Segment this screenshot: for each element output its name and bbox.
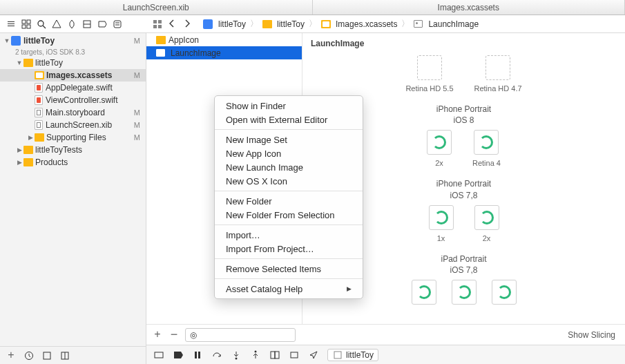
outline-row[interactable]: LaunchImage: [146, 46, 302, 59]
step-out-icon[interactable]: [250, 349, 261, 361]
crumb-project[interactable]: littleToy: [218, 19, 246, 29]
chevron-right-icon: 〉: [249, 18, 260, 30]
disclosure-triangle-icon[interactable]: ▼: [3, 37, 11, 45]
well-label: Retina 4: [472, 159, 501, 167]
image-well[interactable]: 1x: [429, 205, 454, 242]
svg-rect-26: [291, 352, 298, 358]
test-navigator-icon[interactable]: [66, 19, 77, 30]
scm-filter-icon[interactable]: [41, 350, 52, 361]
outline-label: AppIcon: [169, 35, 199, 45]
remove-asset-button[interactable]: −: [169, 329, 180, 341]
menu-item[interactable]: New Folder: [215, 194, 363, 208]
tree-label: Supporting Files: [46, 133, 106, 142]
breakpoints-icon[interactable]: [173, 349, 184, 361]
image-well[interactable]: [492, 280, 517, 305]
tree-row[interactable]: Images.xcassetsM: [0, 69, 146, 82]
folder-icon: [23, 59, 33, 67]
disclosure-triangle-icon[interactable]: ▶: [15, 158, 23, 166]
svg-rect-12: [158, 20, 162, 23]
folder-icon: [23, 146, 33, 154]
chevron-right-icon: 〉: [307, 18, 318, 30]
location-icon[interactable]: [308, 349, 319, 361]
image-set-icon: [156, 49, 165, 57]
tree-row[interactable]: Main.storyboardM: [0, 106, 146, 119]
menu-item[interactable]: Show in Finder: [215, 99, 363, 113]
process-jump-bar[interactable]: littleToy: [327, 349, 378, 361]
debug-view-icon[interactable]: [269, 349, 280, 361]
tab-launchscreen[interactable]: LaunchScreen.xib: [0, 0, 313, 15]
tab-images-xcassets[interactable]: Images.xcassets: [313, 0, 626, 15]
well-label: 2x: [435, 159, 443, 167]
menu-item[interactable]: New OS X Icon: [215, 174, 363, 188]
svg-rect-20: [195, 352, 197, 358]
memory-icon[interactable]: [289, 349, 300, 361]
disclosure-triangle-icon[interactable]: ▼: [15, 59, 23, 67]
tree-row[interactable]: LaunchScreen.xibM: [0, 119, 146, 131]
svg-rect-3: [27, 25, 30, 28]
asset-filter-field[interactable]: ◎: [185, 328, 296, 342]
step-into-icon[interactable]: [231, 349, 242, 361]
disclosure-triangle-icon[interactable]: ▶: [26, 133, 35, 142]
menu-item[interactable]: Open with External Editor: [215, 113, 363, 126]
add-icon[interactable]: +: [6, 350, 17, 361]
menu-item[interactable]: Import…: [215, 228, 363, 242]
issue-navigator-icon[interactable]: [51, 19, 62, 30]
image-well[interactable]: [452, 280, 477, 305]
menu-separator: [215, 224, 363, 225]
tree-label: Images.xcassets: [46, 70, 112, 80]
menu-item[interactable]: Asset Catalog Help: [215, 282, 363, 296]
svg-point-22: [235, 357, 238, 359]
view-icon[interactable]: [153, 349, 164, 361]
project-navigator-icon[interactable]: [6, 19, 17, 30]
disclosure-triangle-icon[interactable]: ▶: [15, 146, 23, 154]
tree-row[interactable]: ViewController.swift: [0, 94, 146, 106]
continue-icon[interactable]: [192, 349, 203, 361]
filter-icon[interactable]: [59, 350, 70, 361]
crumb-image[interactable]: LaunchImage: [428, 19, 479, 29]
breadcrumb[interactable]: littleToy 〉 littleToy 〉 Images.xcassets …: [199, 18, 483, 30]
image-well[interactable]: 2x: [427, 130, 452, 167]
add-asset-button[interactable]: +: [152, 329, 163, 341]
menu-item[interactable]: New App Icon: [215, 146, 363, 160]
storyboard-file-icon: [35, 108, 43, 117]
tree-row[interactable]: AppDelegate.swift: [0, 82, 146, 94]
step-over-icon[interactable]: [211, 349, 222, 361]
back-button[interactable]: [169, 19, 178, 29]
image-well[interactable]: Retina HD 4.7: [474, 55, 522, 93]
breakpoint-navigator-icon[interactable]: [97, 19, 108, 30]
tree-row[interactable]: ▼littleToy: [0, 57, 146, 69]
image-well[interactable]: Retina HD 5.5: [405, 55, 453, 93]
forward-button[interactable]: [184, 19, 193, 29]
tree-row[interactable]: ▶littleToyTests: [0, 144, 146, 156]
tree-label: littleToy: [35, 58, 63, 68]
outline-label: LaunchImage: [171, 48, 221, 58]
find-navigator-icon[interactable]: [36, 19, 47, 30]
tree-label: ViewController.swift: [46, 95, 117, 105]
swift-file-icon: [35, 83, 43, 93]
show-slicing-button[interactable]: Show Slicing: [568, 330, 619, 340]
document-tabs: LaunchScreen.xib Images.xcassets: [0, 0, 625, 15]
recent-filter-icon[interactable]: [23, 350, 35, 361]
debug-navigator-icon[interactable]: [81, 19, 93, 30]
image-well[interactable]: [412, 280, 436, 305]
menu-item[interactable]: New Folder From Selection: [215, 208, 363, 222]
report-navigator-icon[interactable]: [112, 19, 123, 30]
swift-file-icon: [35, 95, 43, 105]
menu-item[interactable]: Import From Project…: [215, 242, 363, 256]
scm-flag: M: [134, 121, 142, 129]
image-well[interactable]: 2x: [474, 205, 499, 242]
related-items-icon[interactable]: [152, 19, 163, 30]
tree-row[interactable]: ▶Supporting FilesM: [0, 131, 146, 144]
crumb-group[interactable]: littleToy: [277, 19, 305, 29]
project-navigator: ▼ littleToy M 2 targets, iOS SDK 8.3 ▼li…: [0, 33, 146, 364]
menu-item[interactable]: New Image Set: [215, 133, 363, 146]
tree-row[interactable]: ▶Products: [0, 156, 146, 169]
outline-row[interactable]: AppIcon: [146, 33, 302, 46]
well-label: Retina HD 4.7: [474, 84, 522, 93]
menu-item[interactable]: Remove Selected Items: [215, 262, 363, 276]
crumb-asset[interactable]: Images.xcassets: [336, 19, 397, 29]
menu-item[interactable]: New Launch Image: [215, 160, 363, 174]
image-well[interactable]: Retina 4: [472, 130, 501, 167]
symbol-navigator-icon[interactable]: [21, 19, 32, 30]
project-row[interactable]: ▼ littleToy M: [0, 35, 146, 47]
